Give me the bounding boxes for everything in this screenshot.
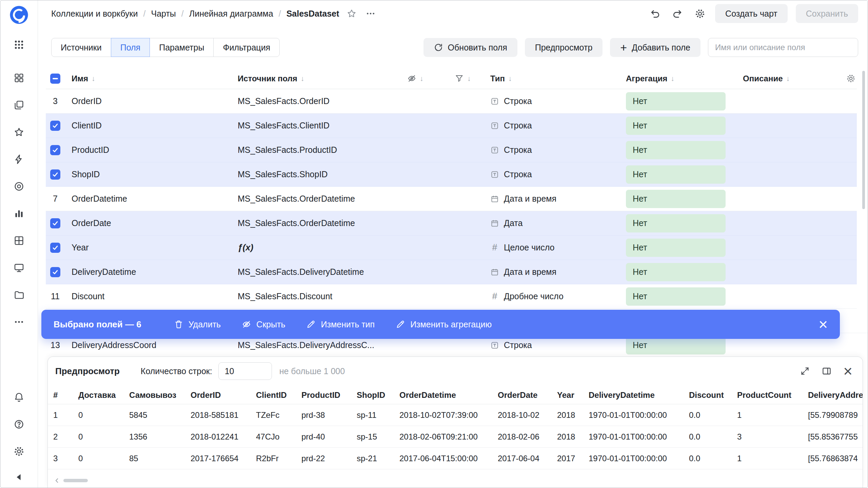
notifications-icon[interactable]: [13, 391, 25, 404]
change-aggregation-button[interactable]: Изменить агрегацию: [396, 320, 492, 329]
field-name: ShopID: [72, 169, 238, 179]
sort-icon[interactable]: ↓: [786, 75, 790, 83]
string-type-icon: [490, 146, 499, 155]
storage-icon[interactable]: [13, 288, 25, 301]
hide-fields-button[interactable]: Скрыть: [242, 320, 285, 329]
sidebar-bottom: [13, 391, 25, 458]
col-header-source[interactable]: Источник поля: [238, 74, 297, 83]
pencil-icon: [306, 320, 316, 329]
field-row[interactable]: Yearƒ(x)#Целое числоНет: [46, 236, 857, 260]
refresh-fields-button[interactable]: Обновить поля: [423, 38, 517, 57]
aggregation-select[interactable]: Нет: [626, 117, 726, 135]
expand-icon[interactable]: [800, 366, 810, 376]
sort-icon[interactable]: ↓: [671, 75, 674, 83]
charts-icon[interactable]: [13, 207, 25, 220]
tab-sources[interactable]: Источники: [51, 38, 111, 57]
sort-icon[interactable]: ↓: [92, 75, 95, 83]
field-row[interactable]: ShopIDMS_SalesFacts.ShopIDСтрокаНет: [46, 162, 857, 187]
layers-icon[interactable]: [13, 99, 25, 111]
row-checkbox-checked[interactable]: [50, 267, 60, 277]
vertical-scrollbar[interactable]: [862, 71, 865, 209]
breadcrumb-more-icon[interactable]: [366, 8, 376, 19]
field-row[interactable]: 11DiscountMS_SalesFacts.Discount#Дробное…: [46, 284, 857, 309]
save-button[interactable]: Сохранить: [796, 4, 858, 23]
col-header-name[interactable]: Имя: [72, 74, 88, 83]
close-icon[interactable]: ×: [843, 365, 852, 378]
favorite-star-icon[interactable]: [347, 8, 357, 19]
scrollbar-thumb[interactable]: [63, 479, 88, 482]
row-checkbox-checked[interactable]: [50, 121, 60, 131]
field-row[interactable]: ClientIDMS_SalesFacts.ClientIDСтрокаНет: [46, 114, 857, 138]
redo-icon[interactable]: [670, 6, 685, 21]
delete-fields-button[interactable]: Удалить: [174, 320, 221, 329]
workbooks-icon[interactable]: [13, 72, 25, 84]
sort-icon[interactable]: ↓: [508, 75, 512, 83]
tab-fields[interactable]: Поля: [111, 38, 150, 57]
col-header-description[interactable]: Описание: [743, 74, 783, 83]
field-row[interactable]: OrderDateMS_SalesFacts.OrderDatetimeДата…: [46, 211, 857, 236]
row-checkbox-checked[interactable]: [50, 169, 60, 180]
col-header-aggregation[interactable]: Агрегация: [626, 74, 667, 83]
create-chart-button[interactable]: Создать чарт: [715, 4, 788, 23]
more-icon[interactable]: [13, 316, 25, 328]
breadcrumb-item[interactable]: Линейная диаграмма: [189, 9, 273, 19]
row-checkbox-checked[interactable]: [50, 243, 60, 253]
aggregation-select[interactable]: Нет: [626, 263, 726, 281]
monitoring-icon[interactable]: [13, 261, 25, 274]
field-row[interactable]: DeliveryDatetimeMS_SalesFacts.DeliveryDa…: [46, 260, 857, 284]
preview-col-header: Discount: [689, 390, 737, 400]
field-source: MS_SalesFacts.ClientID: [238, 121, 330, 130]
dataset-settings-icon[interactable]: [693, 6, 707, 21]
breadcrumb-item[interactable]: Чарты: [151, 9, 176, 19]
preview-cell: prd-38: [301, 410, 357, 420]
help-icon[interactable]: [13, 418, 25, 431]
preview-row: 30852017-176654R2bFrprd-22sp-212017-06-0…: [48, 448, 863, 469]
table-settings-icon[interactable]: [846, 74, 855, 83]
apps-grid-icon[interactable]: [13, 38, 25, 51]
preview-cell: sp-15: [357, 432, 399, 442]
field-search-input[interactable]: [708, 38, 858, 57]
preview-button[interactable]: Предпросмотр: [525, 38, 603, 57]
aggregation-select[interactable]: Нет: [626, 92, 726, 110]
fields-table: Имя↓ Источник поля↓ ↓ ↓ Тип↓ Агрегация↓ …: [38, 68, 868, 357]
dock-panel-icon[interactable]: [822, 366, 832, 376]
connections-icon[interactable]: [13, 153, 25, 166]
favorites-icon[interactable]: [13, 126, 25, 139]
aggregation-select[interactable]: Нет: [626, 287, 726, 306]
scroll-left-icon[interactable]: [53, 477, 61, 484]
change-type-button[interactable]: Изменить тип: [306, 320, 375, 329]
aggregation-select[interactable]: Нет: [626, 141, 726, 159]
tables-icon[interactable]: [13, 234, 25, 247]
row-checkbox-checked[interactable]: [50, 218, 60, 228]
row-count-input[interactable]: [218, 362, 272, 380]
sort-icon[interactable]: ↓: [420, 75, 423, 83]
add-field-button[interactable]: + Добавить поле: [610, 38, 701, 57]
collapse-sidebar-icon[interactable]: [13, 471, 25, 484]
aggregation-select[interactable]: Нет: [626, 239, 726, 257]
field-row[interactable]: 3OrderIDMS_SalesFacts.OrderIDСтрокаНет: [46, 89, 857, 114]
datalens-logo[interactable]: [9, 5, 29, 25]
tab-parameters[interactable]: Параметры: [150, 38, 214, 57]
tab-group: Источники Поля Параметры Фильтрация: [51, 38, 280, 57]
breadcrumb-item[interactable]: Коллекции и воркбуки: [51, 9, 138, 19]
aggregation-select[interactable]: Нет: [626, 165, 726, 184]
field-row[interactable]: ProductIDMS_SalesFacts.ProductIDСтрокаНе…: [46, 138, 857, 162]
preview-cell: [55.85367755: [808, 432, 863, 442]
sort-icon[interactable]: ↓: [467, 75, 471, 83]
undo-icon[interactable]: [648, 6, 662, 21]
col-header-type[interactable]: Тип: [490, 74, 505, 83]
eye-off-icon[interactable]: [407, 74, 416, 83]
refresh-icon: [434, 43, 443, 52]
aggregation-select[interactable]: Нет: [626, 214, 726, 232]
datasets-icon[interactable]: [13, 180, 25, 193]
filter-icon[interactable]: [455, 74, 464, 83]
settings-icon[interactable]: [13, 445, 25, 458]
sort-icon[interactable]: ↓: [301, 75, 304, 83]
preview-cell: sp-21: [357, 454, 399, 463]
tab-filtering[interactable]: Фильтрация: [213, 38, 280, 57]
aggregation-select[interactable]: Нет: [626, 190, 726, 208]
close-icon[interactable]: ×: [818, 318, 828, 331]
select-all-checkbox[interactable]: [50, 74, 60, 84]
field-row[interactable]: 7OrderDatetimeMS_SalesFacts.OrderDatetim…: [46, 187, 857, 211]
row-checkbox-checked[interactable]: [50, 145, 60, 155]
